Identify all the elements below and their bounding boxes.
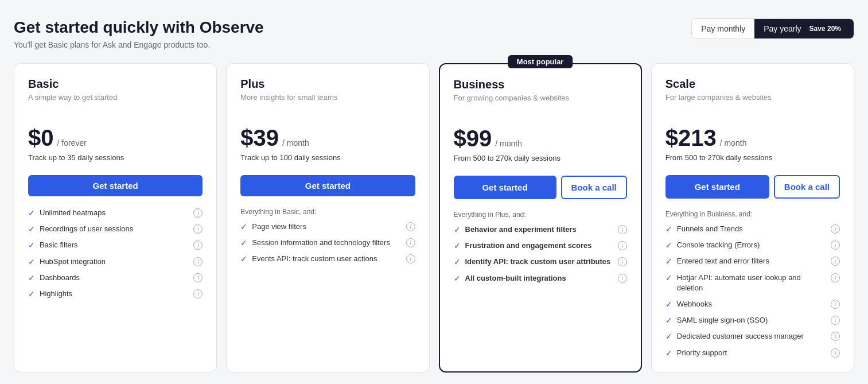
save-badge: Save 20% <box>806 24 844 34</box>
feature-text: Frustration and engagement scores <box>465 241 592 251</box>
feature-text: Entered text and error filters <box>677 256 769 266</box>
plan-price-basic: $0 / forever <box>28 125 203 151</box>
feature-item: ✓ All custom-built integrations i <box>454 273 627 284</box>
feature-list-scale: ✓ Funnels and Trends i ✓ Console trackin… <box>665 224 840 358</box>
plan-card-scale: ScaleFor large companies & websites $213… <box>651 63 854 373</box>
check-icon: ✓ <box>665 332 672 341</box>
feature-item: ✓ Priority support i <box>665 348 840 358</box>
plan-card-basic: BasicA simple way to get started $0 / fo… <box>14 63 217 373</box>
feature-item: ✓ HubSpot integration i <box>28 257 203 267</box>
info-icon[interactable]: i <box>831 300 840 309</box>
feature-text: Priority support <box>677 348 727 358</box>
plan-name-basic: Basic <box>28 77 203 91</box>
feature-item: ✓ Identify API: track custom user attrib… <box>454 257 627 267</box>
plan-description-scale: For large companies & websites <box>665 93 840 114</box>
plan-actions-plus: Get started <box>240 175 415 196</box>
check-icon: ✓ <box>28 241 35 250</box>
get-started-button-plus[interactable]: Get started <box>240 175 415 196</box>
feature-item: ✓ Funnels and Trends i <box>665 224 840 234</box>
feature-item: ✓ Behavior and experiment filters i <box>454 224 627 235</box>
feature-item: ✓ Entered text and error filters i <box>665 256 840 266</box>
feature-text: Page view filters <box>252 222 306 232</box>
feature-text: Behavior and experiment filters <box>465 224 577 235</box>
price-sessions-plus: Track up to 100 daily sessions <box>240 153 415 164</box>
info-icon[interactable]: i <box>193 273 203 282</box>
check-icon: ✓ <box>28 273 35 282</box>
feature-item: ✓ Dedicated customer success manager i <box>665 331 840 342</box>
feature-text: SAML single sign-on (SSO) <box>677 315 768 325</box>
get-started-button-scale[interactable]: Get started <box>665 175 769 199</box>
get-started-button-basic[interactable]: Get started <box>28 175 203 196</box>
info-icon[interactable]: i <box>618 225 627 234</box>
feature-item: ✓ Dashboards i <box>28 273 203 283</box>
feature-item: ✓ Console tracking (Errors) i <box>665 240 840 250</box>
info-icon[interactable]: i <box>193 257 203 266</box>
plan-actions-scale: Get startedBook a call <box>665 175 840 199</box>
price-sessions-basic: Track up to 35 daily sessions <box>28 153 203 164</box>
feature-item: ✓ Unlimited heatmaps i <box>28 208 203 218</box>
info-icon[interactable]: i <box>406 222 415 231</box>
feature-item: ✓ Recordings of user sessions i <box>28 224 203 234</box>
price-amount-basic: $0 <box>28 125 54 151</box>
info-icon[interactable]: i <box>193 208 203 218</box>
price-sessions-scale: From 500 to 270k daily sessions <box>665 153 840 164</box>
check-icon: ✓ <box>28 224 35 234</box>
plan-actions-business: Get startedBook a call <box>454 176 627 199</box>
info-icon[interactable]: i <box>831 316 840 325</box>
plan-name-business: Business <box>454 78 627 91</box>
get-started-button-business[interactable]: Get started <box>454 176 556 199</box>
check-icon: ✓ <box>240 238 247 247</box>
info-icon[interactable]: i <box>618 274 627 283</box>
info-icon[interactable]: i <box>406 254 415 263</box>
plan-card-business: Most popularBusinessFor growing companie… <box>439 63 642 373</box>
price-period-plus: / month <box>282 138 309 148</box>
info-icon[interactable]: i <box>618 241 627 250</box>
features-intro-plus: Everything in Basic, and: <box>240 208 415 216</box>
info-icon[interactable]: i <box>193 241 203 250</box>
feature-item: ✓ Events API: track custom user actions … <box>240 254 415 264</box>
price-amount-scale: $213 <box>665 125 717 151</box>
billing-toggle: Pay monthly Pay yearly Save 20% <box>691 18 854 39</box>
page-title: Get started quickly with Observe <box>14 18 264 37</box>
info-icon[interactable]: i <box>831 241 840 250</box>
check-icon: ✓ <box>665 241 672 250</box>
book-call-button-business[interactable]: Book a call <box>561 176 627 199</box>
check-icon: ✓ <box>454 257 461 266</box>
feature-text: Identify API: track custom user attribut… <box>465 257 611 267</box>
info-icon[interactable]: i <box>831 273 840 282</box>
info-icon[interactable]: i <box>831 332 840 341</box>
feature-text: Webhooks <box>677 299 712 309</box>
feature-item: ✓ Webhooks i <box>665 299 840 309</box>
check-icon: ✓ <box>665 316 672 325</box>
info-icon[interactable]: i <box>193 289 203 298</box>
check-icon: ✓ <box>665 257 672 266</box>
feature-text: Funnels and Trends <box>677 224 743 234</box>
plan-actions-basic: Get started <box>28 175 203 196</box>
info-icon[interactable]: i <box>831 257 840 266</box>
check-icon: ✓ <box>28 289 35 298</box>
check-icon: ✓ <box>240 254 247 263</box>
book-call-button-scale[interactable]: Book a call <box>774 175 840 199</box>
plan-description-plus: More insights for small teams <box>240 93 415 114</box>
info-icon[interactable]: i <box>406 238 415 247</box>
info-icon[interactable]: i <box>618 257 627 266</box>
check-icon: ✓ <box>28 208 35 218</box>
check-icon: ✓ <box>665 348 672 358</box>
price-period-basic: / forever <box>57 138 87 148</box>
pay-monthly-button[interactable]: Pay monthly <box>692 20 754 38</box>
pay-yearly-button[interactable]: Pay yearly Save 20% <box>754 19 854 38</box>
price-sessions-business: From 500 to 270k daily sessions <box>454 154 627 164</box>
feature-text: Session information and technology filte… <box>252 238 390 248</box>
plan-description-basic: A simple way to get started <box>28 93 203 114</box>
plan-price-plus: $39 / month <box>240 125 415 151</box>
feature-item: ✓ Hotjar API: automate user lookup and d… <box>665 273 840 293</box>
check-icon: ✓ <box>454 274 461 283</box>
info-icon[interactable]: i <box>831 348 840 358</box>
check-icon: ✓ <box>665 300 672 309</box>
check-icon: ✓ <box>665 224 672 234</box>
price-period-scale: / month <box>720 138 747 148</box>
info-icon[interactable]: i <box>193 224 203 234</box>
check-icon: ✓ <box>454 225 461 234</box>
info-icon[interactable]: i <box>831 224 840 234</box>
price-amount-plus: $39 <box>240 125 279 151</box>
